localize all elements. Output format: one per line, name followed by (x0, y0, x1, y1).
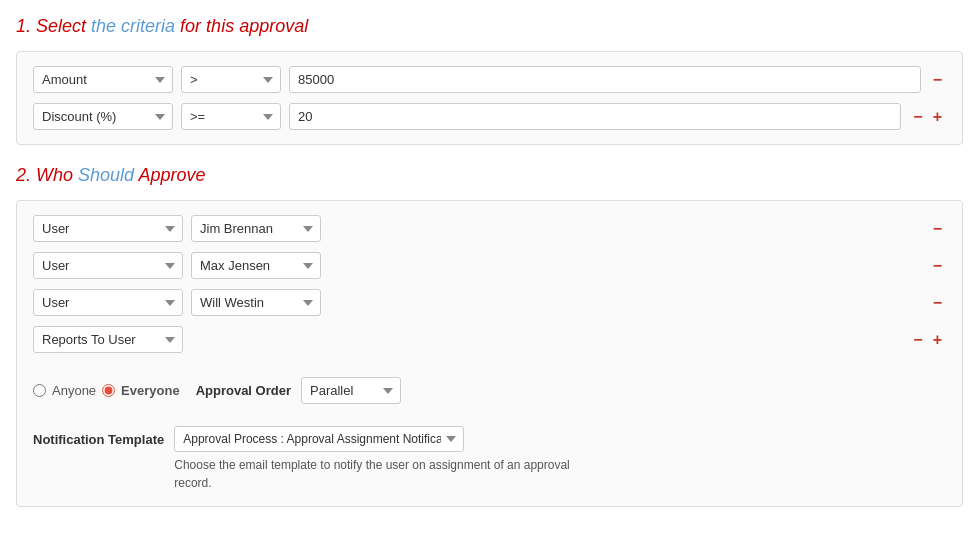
notification-hint: Choose the email template to notify the … (174, 456, 594, 492)
criteria-field-2[interactable]: Amount Discount (%) (33, 103, 173, 130)
approver-minus-1[interactable]: − (929, 219, 946, 239)
criteria-operator-2[interactable]: > >= < <= = != (181, 103, 281, 130)
criteria-actions-2: − + (909, 107, 946, 127)
approver-user-2[interactable]: Jim Brennan Max Jensen Will Westin (191, 252, 321, 279)
everyone-radio[interactable] (102, 384, 115, 397)
section1-number: 1. (16, 16, 31, 36)
approver-minus-2[interactable]: − (929, 256, 946, 276)
criteria-operator-1[interactable]: > >= < <= = != (181, 66, 281, 93)
anyone-label: Anyone (52, 383, 96, 398)
radio-group: Anyone Everyone (33, 383, 180, 398)
approver-type-2[interactable]: User Reports To User Queue Related User (33, 252, 183, 279)
approver-type-4[interactable]: User Reports To User Queue Related User (33, 326, 183, 353)
section1-title-text: Select the criteria for this approval (36, 16, 308, 36)
criteria-value-1[interactable] (289, 66, 921, 93)
approver-user-3[interactable]: Jim Brennan Max Jensen Will Westin (191, 289, 321, 316)
section2-title: 2. Who Should Approve (16, 165, 963, 186)
approver-box: User Reports To User Queue Related User … (16, 200, 963, 507)
approver-plus-4[interactable]: + (929, 330, 946, 350)
approver-actions-4: − + (909, 330, 946, 350)
approver-type-1[interactable]: User Reports To User Queue Related User (33, 215, 183, 242)
approver-minus-3[interactable]: − (929, 293, 946, 313)
approver-minus-4[interactable]: − (909, 330, 926, 350)
notification-content: Approval Process : Approval Assignment N… (174, 426, 594, 492)
approver-row-4: User Reports To User Queue Related User … (33, 326, 946, 353)
criteria-row-2: Amount Discount (%) > >= < <= = != − + (33, 103, 946, 130)
approver-row-1: User Reports To User Queue Related User … (33, 215, 946, 242)
criteria-minus-1[interactable]: − (929, 70, 946, 90)
approval-order-label: Approval Order (196, 383, 291, 398)
approver-actions-2: − (929, 256, 946, 276)
section1-title: 1. Select the criteria for this approval (16, 16, 963, 37)
notification-section: Notification Template Approval Process :… (33, 416, 946, 492)
notification-select[interactable]: Approval Process : Approval Assignment N… (174, 426, 464, 452)
section2-title-text: Who Should Approve (36, 165, 205, 185)
approval-order-select[interactable]: Parallel Sequential (301, 377, 401, 404)
criteria-value-2[interactable] (289, 103, 901, 130)
section-1: 1. Select the criteria for this approval… (16, 16, 963, 145)
anyone-radio[interactable] (33, 384, 46, 397)
approver-actions-3: − (929, 293, 946, 313)
approver-user-1[interactable]: Jim Brennan Max Jensen Will Westin (191, 215, 321, 242)
section-2: 2. Who Should Approve User Reports To Us… (16, 165, 963, 507)
section2-number: 2. (16, 165, 31, 185)
notification-label: Notification Template (33, 432, 164, 447)
bottom-controls: Anyone Everyone Approval Order Parallel … (33, 367, 946, 404)
approver-row-2: User Reports To User Queue Related User … (33, 252, 946, 279)
criteria-row-1: Amount Discount (%) > >= < <= = != − (33, 66, 946, 93)
criteria-field-1[interactable]: Amount Discount (%) (33, 66, 173, 93)
everyone-label: Everyone (121, 383, 180, 398)
approver-actions-1: − (929, 219, 946, 239)
criteria-actions-1: − (929, 70, 946, 90)
criteria-plus-2[interactable]: + (929, 107, 946, 127)
approver-type-3[interactable]: User Reports To User Queue Related User (33, 289, 183, 316)
approver-row-3: User Reports To User Queue Related User … (33, 289, 946, 316)
criteria-minus-2[interactable]: − (909, 107, 926, 127)
criteria-box: Amount Discount (%) > >= < <= = != − Amo… (16, 51, 963, 145)
